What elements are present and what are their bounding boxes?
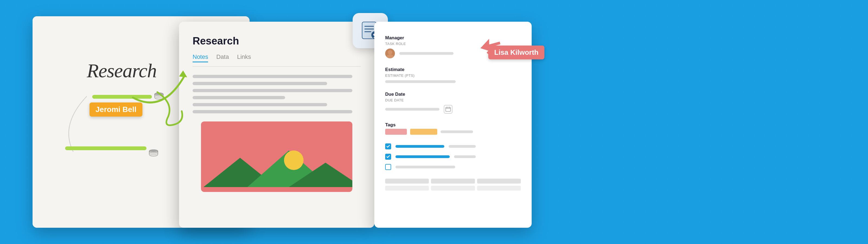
text-line-2 (193, 82, 327, 85)
middle-panel: Research Notes Data Links (179, 22, 374, 228)
image-placeholder (201, 121, 352, 192)
green-bar-2 (65, 146, 147, 150)
table-row-1 (385, 186, 521, 191)
manager-sublabel: TASK ROLE (385, 42, 521, 46)
tag-red (385, 129, 407, 135)
estimate-sublabel: ESTIMATE (PTS) (385, 73, 521, 78)
checkbox-2-extra (454, 155, 476, 158)
table-cell-1-2 (431, 186, 475, 191)
table-cell-1-1 (385, 186, 429, 191)
estimate-value-bar (385, 80, 456, 83)
tabs-container: Notes Data Links (193, 53, 361, 67)
svg-point-6 (284, 150, 304, 170)
checkbox-row-2 (385, 154, 521, 160)
tab-links[interactable]: Links (237, 53, 251, 62)
tags-label: Tags (385, 122, 521, 128)
svg-point-14 (388, 50, 392, 55)
manager-label: Manager (385, 35, 521, 41)
manager-name-bar (399, 52, 454, 55)
checkbox-2[interactable] (385, 154, 391, 160)
due-date-label: Due Date (385, 92, 521, 97)
green-bar-1 (92, 95, 152, 99)
checkbox-3-label (396, 166, 455, 169)
table-header-3 (477, 179, 521, 184)
due-date-sublabel: DUE DATE (385, 98, 521, 102)
svg-point-15 (386, 55, 394, 58)
tab-data[interactable]: Data (216, 53, 229, 62)
estimate-field: Estimate ESTIMATE (PTS) (385, 67, 521, 83)
checkbox-row-1 (385, 144, 521, 149)
table-header-1 (385, 179, 429, 184)
notes-text-content (193, 75, 361, 113)
research-title: Research (87, 60, 156, 82)
estimate-label: Estimate (385, 67, 521, 72)
checkbox-row-3 (385, 164, 521, 170)
checkbox-1-extra (448, 145, 476, 148)
checkboxes-section (385, 144, 521, 170)
lisa-kilworth-tooltip: Lisa Kilworth (488, 45, 545, 59)
db-icon-2 (149, 149, 158, 158)
text-line-3 (193, 89, 352, 92)
text-line-6 (193, 110, 352, 113)
checkbox-1[interactable] (385, 144, 391, 149)
table-section (385, 179, 521, 191)
tags-row (385, 129, 521, 135)
middle-panel-title: Research (193, 35, 361, 47)
text-line-5 (193, 103, 327, 106)
text-line-4 (193, 96, 285, 99)
manager-avatar (385, 49, 395, 58)
due-date-field: Due Date DUE DATE (385, 92, 521, 114)
db-icon-1 (154, 92, 164, 101)
table-cell-1-3 (477, 186, 521, 191)
tab-notes[interactable]: Notes (193, 53, 208, 62)
checkbox-3[interactable] (385, 164, 391, 170)
checkbox-1-label (396, 145, 444, 148)
calendar-icon[interactable] (444, 105, 453, 114)
table-row-header (385, 179, 521, 184)
due-date-value-row (385, 105, 521, 114)
table-header-2 (431, 179, 475, 184)
svg-rect-16 (446, 108, 451, 112)
checkbox-2-label (396, 155, 450, 158)
tag-yellow (410, 129, 437, 135)
text-line-1 (193, 75, 352, 78)
tags-field: Tags (385, 122, 521, 135)
due-date-value-bar (385, 108, 439, 111)
tag-bar (440, 130, 473, 133)
jeromi-bell-label: Jeromi Bell (90, 102, 143, 117)
